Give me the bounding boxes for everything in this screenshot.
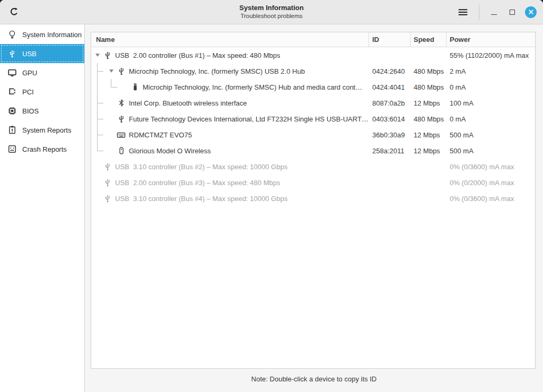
- device-name-cell: RDMCTMZT EVO75: [91, 127, 369, 143]
- sidebar-item-label: System Reports: [22, 126, 71, 134]
- table-row[interactable]: RDMCTMZT EVO7536b0:30a912 Mbps500 mA: [91, 127, 535, 143]
- usb-icon: [103, 194, 112, 203]
- close-button[interactable]: [524, 5, 538, 19]
- tree-connector: [93, 127, 107, 143]
- sidebar-item-label: GPU: [22, 69, 37, 77]
- tree-connector: [93, 111, 107, 127]
- device-name: USB 3.10 controller (Bus #2) – Max speed…: [115, 163, 287, 171]
- device-table: Name ID Speed Power USB 2.00 controller …: [91, 32, 536, 369]
- device-name-cell: USB 3.10 controller (Bus #4) – Max speed…: [91, 190, 369, 206]
- device-id: 0403:6014: [369, 115, 410, 123]
- sidebar-item-system-reports[interactable]: System Reports: [0, 120, 84, 140]
- sidebar-item-bios[interactable]: BIOS: [0, 101, 84, 120]
- titlebar-separator: [479, 4, 479, 20]
- column-header-id[interactable]: ID: [369, 32, 410, 47]
- maximize-button[interactable]: [505, 5, 519, 19]
- device-speed: 480 Mbps: [410, 67, 446, 75]
- device-power: 55% (1102/2000) mA max: [446, 51, 535, 59]
- pci-icon: [7, 87, 17, 97]
- lightbulb-icon: [7, 30, 17, 40]
- table-body: USB 2.00 controller (Bus #1) – Max speed…: [91, 47, 535, 368]
- device-power: 0% (0/3600) mA max: [446, 163, 535, 171]
- sidebar-item-label: System Information: [22, 31, 82, 39]
- device-id: 0424:2640: [369, 67, 410, 75]
- device-name-cell: Glorious Model O Wireless: [91, 143, 369, 159]
- sidebar-item-label: USB: [22, 50, 37, 58]
- sidebar: System InformationUSBGPUPCIBIOSSystem Re…: [0, 24, 85, 392]
- device-name-cell: Intel Corp. Bluetooth wireless interface: [91, 95, 369, 111]
- device-name-cell: Microchip Technology, Inc. (formerly SMS…: [91, 79, 369, 95]
- device-name: Intel Corp. Bluetooth wireless interface: [129, 99, 247, 107]
- device-name-cell: Future Technology Devices International,…: [91, 111, 369, 127]
- menu-button[interactable]: [454, 4, 471, 21]
- window-subtitle: Troubleshoot problems: [165, 12, 378, 20]
- app-window: System Information Troubleshoot problems: [0, 0, 543, 392]
- device-name-cell: USB 3.10 controller (Bus #2) – Max speed…: [91, 159, 369, 175]
- device-name: Microchip Technology, Inc. (formerly SMS…: [143, 83, 362, 91]
- table-row[interactable]: Microchip Technology, Inc. (formerly SMS…: [91, 63, 535, 79]
- device-power: 2 mA: [446, 67, 535, 75]
- sidebar-item-label: BIOS: [22, 107, 39, 115]
- refresh-button[interactable]: [5, 4, 22, 21]
- device-speed: 12 Mbps: [410, 131, 446, 139]
- table-header: Name ID Speed Power: [91, 32, 535, 47]
- footer-note: Note: Double-click a device to copy its …: [85, 369, 543, 383]
- device-name-cell: Microchip Technology, Inc. (formerly SMS…: [91, 63, 369, 79]
- mouse-icon: [117, 146, 126, 155]
- device-name: Glorious Model O Wireless: [129, 147, 211, 155]
- table-row[interactable]: USB 2.00 controller (Bus #3) – Max speed…: [91, 175, 535, 190]
- window-title: System Information: [165, 3, 378, 12]
- device-power: 0 mA: [446, 83, 535, 91]
- flash-drive-icon: [130, 83, 139, 92]
- usb-icon: [117, 115, 126, 124]
- tree-connector: [93, 63, 107, 79]
- usb-icon: [103, 51, 112, 60]
- sidebar-item-system-information[interactable]: System Information: [0, 25, 84, 44]
- usb-icon: [103, 178, 112, 187]
- sad-face-icon: [7, 144, 17, 154]
- usb-icon: [103, 162, 112, 171]
- device-name-cell: USB 2.00 controller (Bus #3) – Max speed…: [91, 175, 369, 190]
- device-name: Future Technology Devices International,…: [129, 115, 369, 123]
- usb-icon: [7, 49, 17, 59]
- table-row[interactable]: Glorious Model O Wireless258a:201112 Mbp…: [91, 143, 535, 159]
- device-power: 0 mA: [446, 115, 535, 123]
- close-icon: [525, 6, 537, 18]
- column-header-speed[interactable]: Speed: [410, 32, 446, 47]
- device-id: 0424:4041: [369, 83, 410, 91]
- column-header-name[interactable]: Name: [91, 32, 369, 47]
- table-row[interactable]: USB 2.00 controller (Bus #1) – Max speed…: [91, 47, 535, 63]
- minimize-button[interactable]: [487, 5, 501, 19]
- bluetooth-icon: [117, 99, 126, 108]
- device-name-cell: USB 2.00 controller (Bus #1) – Max speed…: [91, 47, 369, 63]
- device-power: 0% (0/3600) mA max: [446, 195, 535, 203]
- device-speed: 480 Mbps: [410, 115, 446, 123]
- table-row[interactable]: Intel Corp. Bluetooth wireless interface…: [91, 95, 535, 111]
- expander-icon[interactable]: [107, 67, 116, 75]
- clipboard-icon: [7, 125, 17, 135]
- device-id: 258a:2011: [369, 147, 410, 155]
- minimize-icon: [491, 14, 497, 15]
- window-title-area: System Information Troubleshoot problems: [165, 3, 378, 20]
- device-power: 500 mA: [446, 147, 535, 155]
- column-header-power[interactable]: Power: [446, 32, 535, 47]
- table-row[interactable]: USB 3.10 controller (Bus #2) – Max speed…: [91, 159, 535, 175]
- titlebar[interactable]: System Information Troubleshoot problems: [0, 0, 543, 24]
- usb-icon: [117, 67, 126, 76]
- sidebar-item-label: PCI: [22, 88, 34, 96]
- device-power: 100 mA: [446, 99, 535, 107]
- device-name: USB 3.10 controller (Bus #4) – Max speed…: [115, 195, 287, 203]
- device-power: 0% (0/2000) mA max: [446, 179, 535, 187]
- monitor-icon: [7, 68, 17, 78]
- device-name: USB 2.00 controller (Bus #3) – Max speed…: [115, 179, 280, 187]
- main-panel: Name ID Speed Power USB 2.00 controller …: [85, 24, 543, 392]
- table-row[interactable]: USB 3.10 controller (Bus #4) – Max speed…: [91, 190, 535, 206]
- sidebar-item-crash-reports[interactable]: Crash Reports: [0, 140, 84, 159]
- sidebar-item-gpu[interactable]: GPU: [0, 63, 84, 82]
- table-row[interactable]: Future Technology Devices International,…: [91, 111, 535, 127]
- sidebar-item-pci[interactable]: PCI: [0, 82, 84, 101]
- expander-icon[interactable]: [93, 51, 102, 59]
- sidebar-item-usb[interactable]: USB: [0, 44, 84, 63]
- table-row[interactable]: Microchip Technology, Inc. (formerly SMS…: [91, 79, 535, 95]
- keyboard-icon: [117, 130, 126, 140]
